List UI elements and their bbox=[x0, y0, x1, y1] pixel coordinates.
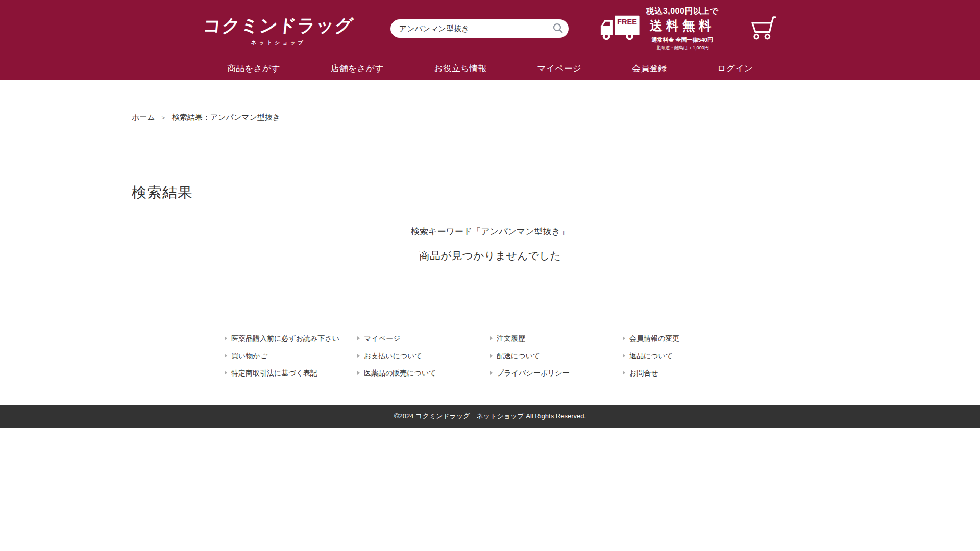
search-icon bbox=[552, 22, 564, 35]
footer-link-before-purchase[interactable]: 医薬品購入前に必ずお読み下さい bbox=[225, 334, 357, 343]
footer-link-drug-sales[interactable]: 医薬品の販売について bbox=[357, 368, 490, 378]
breadcrumb-home-link[interactable]: ホーム bbox=[132, 113, 155, 122]
footer-link-label: 医薬品の販売について bbox=[364, 368, 436, 378]
nav-item-useful-info[interactable]: お役立ち情報 bbox=[434, 63, 487, 74]
breadcrumb: ホーム ＞ 検索結果：アンパンマン型抜き bbox=[132, 113, 848, 122]
triangle-bullet-icon bbox=[623, 371, 625, 375]
footer-link-label: お支払いについて bbox=[364, 351, 422, 360]
site-footer: 医薬品購入前に必ずお読み下さい 買い物かご 特定商取引法に基づく表記 マイページ… bbox=[0, 311, 980, 405]
footer-link-label: 買い物かご bbox=[231, 351, 267, 360]
site-logo[interactable]: コクミンドラッグ ネットショップ bbox=[203, 14, 354, 46]
footer-column-2: マイページ お支払いについて 医薬品の販売について bbox=[357, 334, 490, 378]
page-title: 検索結果 bbox=[132, 183, 848, 203]
main-nav: 商品をさがす 店舗をさがす お役立ち情報 マイページ 会員登録 ログイン bbox=[227, 57, 753, 80]
triangle-bullet-icon bbox=[225, 336, 227, 340]
breadcrumb-current: 検索結果：アンパンマン型抜き bbox=[172, 113, 280, 122]
triangle-bullet-icon bbox=[623, 354, 625, 358]
triangle-bullet-icon bbox=[623, 336, 625, 340]
footer-link-label: 医薬品購入前に必ずお読み下さい bbox=[231, 334, 339, 343]
search-input[interactable] bbox=[390, 19, 569, 38]
shipping-text: 税込3,000円以上で 送料無料 通常料金 全国一律540円 北海道・離島は＋1… bbox=[646, 6, 719, 52]
logo-text: コクミンドラッグ bbox=[202, 14, 355, 38]
footer-link-label: 特定商取引法に基づく表記 bbox=[231, 368, 317, 378]
delivery-truck-icon: FREE bbox=[597, 12, 641, 45]
footer-link-shopping-cart[interactable]: 買い物かご bbox=[225, 351, 357, 360]
footer-link-label: 注文履歴 bbox=[497, 334, 525, 343]
footer-link-label: プライバシーポリシー bbox=[497, 368, 570, 378]
search-button[interactable] bbox=[550, 21, 566, 36]
triangle-bullet-icon bbox=[357, 371, 360, 375]
footer-link-label: 配送について bbox=[497, 351, 540, 360]
free-shipping-banner: FREE 税込3,000円以上で 送料無料 通常料金 全国一律540円 北海道・… bbox=[597, 6, 719, 52]
search-keyword-line: 検索キーワード「アンパンマン型抜き」 bbox=[132, 226, 848, 237]
footer-link-mypage[interactable]: マイページ bbox=[357, 334, 490, 343]
footer-link-payment[interactable]: お支払いについて bbox=[357, 351, 490, 360]
triangle-bullet-icon bbox=[357, 354, 360, 358]
logo-subtext: ネットショップ bbox=[203, 39, 354, 46]
search-box bbox=[390, 19, 569, 38]
footer-link-label: マイページ bbox=[364, 334, 400, 343]
nav-item-register[interactable]: 会員登録 bbox=[632, 63, 667, 74]
triangle-bullet-icon bbox=[490, 354, 493, 358]
footer-column-1: 医薬品購入前に必ずお読み下さい 買い物かご 特定商取引法に基づく表記 bbox=[225, 334, 357, 378]
footer-link-label: 会員情報の変更 bbox=[629, 334, 679, 343]
footer-link-privacy-policy[interactable]: プライバシーポリシー bbox=[490, 368, 623, 378]
footer-link-label: 返品について bbox=[629, 351, 673, 360]
shipping-normal-fee: 通常料金 全国一律540円 bbox=[646, 36, 719, 44]
triangle-bullet-icon bbox=[357, 336, 360, 340]
cart-button[interactable] bbox=[750, 16, 777, 42]
no-results-message: 商品が見つかりませんでした bbox=[132, 248, 848, 263]
triangle-bullet-icon bbox=[490, 336, 493, 340]
shipping-remote-fee: 北海道・離島は＋1,000円 bbox=[646, 45, 719, 52]
shipping-free-text: 送料無料 bbox=[646, 17, 719, 34]
footer-link-contact[interactable]: お問合せ bbox=[623, 368, 755, 378]
breadcrumb-separator: ＞ bbox=[160, 113, 167, 122]
nav-item-mypage[interactable]: マイページ bbox=[537, 63, 581, 74]
footer-link-label: お問合せ bbox=[629, 368, 658, 378]
copyright-text: ©2024 コクミンドラッグ ネットショップ All Rights Reserv… bbox=[394, 412, 586, 421]
search-result-messages: 検索キーワード「アンパンマン型抜き」 商品が見つかりませんでした bbox=[132, 226, 848, 311]
triangle-bullet-icon bbox=[225, 354, 227, 358]
main-content: ホーム ＞ 検索結果：アンパンマン型抜き 検索結果 検索キーワード「アンパンマン… bbox=[132, 113, 848, 311]
copyright-bar: ©2024 コクミンドラッグ ネットショップ All Rights Reserv… bbox=[0, 405, 980, 428]
header-top: コクミンドラッグ ネットショップ FREE bbox=[0, 0, 980, 57]
footer-link-order-history[interactable]: 注文履歴 bbox=[490, 334, 623, 343]
footer-link-commercial-law[interactable]: 特定商取引法に基づく表記 bbox=[225, 368, 357, 378]
site-header: コクミンドラッグ ネットショップ FREE bbox=[0, 0, 980, 80]
footer-column-3: 注文履歴 配送について プライバシーポリシー bbox=[490, 334, 623, 378]
nav-item-products[interactable]: 商品をさがす bbox=[227, 63, 280, 74]
footer-link-delivery[interactable]: 配送について bbox=[490, 351, 623, 360]
cart-icon bbox=[750, 34, 777, 42]
shipping-threshold: 税込3,000円以上で bbox=[646, 6, 719, 17]
triangle-bullet-icon bbox=[225, 371, 227, 375]
nav-item-login[interactable]: ログイン bbox=[717, 63, 753, 74]
free-label: FREE bbox=[617, 18, 637, 26]
footer-link-member-info[interactable]: 会員情報の変更 bbox=[623, 334, 755, 343]
nav-item-stores[interactable]: 店舗をさがす bbox=[331, 63, 384, 74]
footer-link-columns: 医薬品購入前に必ずお読み下さい 買い物かご 特定商取引法に基づく表記 マイページ… bbox=[225, 334, 755, 378]
footer-link-returns[interactable]: 返品について bbox=[623, 351, 755, 360]
footer-column-4: 会員情報の変更 返品について お問合せ bbox=[623, 334, 755, 378]
triangle-bullet-icon bbox=[490, 371, 493, 375]
